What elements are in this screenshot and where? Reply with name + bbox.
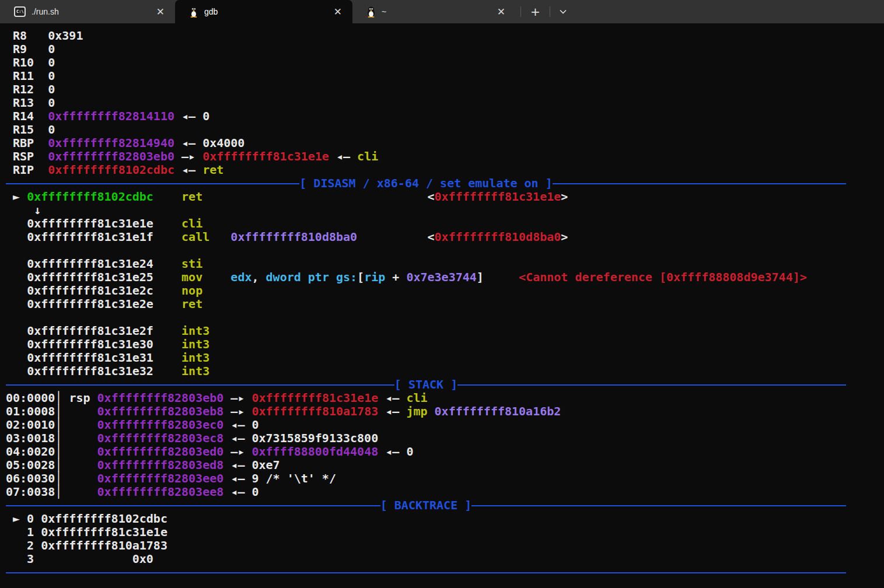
text-segment: 0xffff88800fd44048 [251, 444, 378, 459]
close-icon[interactable]: ✕ [494, 7, 509, 17]
text-segment: ◂— 0x4000 [174, 136, 244, 150]
text-segment: ◂— [329, 149, 357, 163]
terminal-line: ► 0xffffffff8102cdbc ret <0xffffffff81c3… [6, 190, 884, 204]
text-segment: R10 0 [6, 55, 55, 69]
text-segment: int3 [181, 337, 209, 351]
terminal-line: 06:0030│ 0xffffffff82803ee0 ◂— 9 /* '\t'… [6, 472, 884, 485]
text-segment [153, 284, 181, 298]
text-segment: 0xffffffff82814940 [48, 136, 174, 150]
text-segment: rip [364, 270, 385, 284]
text-segment: ► 0 0xffffffff8102cdbc [6, 512, 167, 526]
text-segment [153, 190, 181, 204]
text-segment: > [561, 190, 568, 204]
text-segment: 0xffffffff81c31e31 [27, 351, 153, 365]
terminal-line: 2 0xffffffff810a1783 [6, 539, 884, 552]
terminal-line: 00:0000│ rsp 0xffffffff82803eb0 —▸ 0xfff… [6, 391, 884, 405]
text-segment: ◂— [378, 404, 406, 418]
text-segment: 3 0x0 [6, 552, 153, 566]
terminal-line: R10 0 [6, 56, 884, 69]
text-segment: 0xffffffff82803ee8 [97, 485, 224, 499]
text-segment: 1 0xffffffff81c31e1e [6, 525, 167, 539]
text-segment: │ [55, 485, 97, 499]
text-segment: cli [181, 216, 202, 230]
text-segment: 2 0xffffffff810a1783 [6, 538, 167, 552]
terminal-output[interactable]: R8 0x391 R9 0 R10 0 R11 0 R12 0 R13 0 R1… [0, 23, 884, 588]
close-icon[interactable]: ✕ [330, 7, 345, 17]
text-segment [153, 257, 181, 271]
text-segment: R11 0 [6, 69, 55, 83]
terminal-line [6, 244, 884, 257]
text-segment [6, 337, 27, 351]
tab-gdb[interactable]: gdb✕ [175, 0, 352, 23]
text-segment: <Cannot dereference [0xffff88808d9e3744]… [519, 270, 807, 284]
tab--run-sh[interactable]: C:\./run.sh✕ [0, 0, 175, 23]
terminal-line: 01:0008│ 0xffffffff82803eb8 —▸ 0xfffffff… [6, 405, 884, 418]
text-segment: 0xffffffff810a16b2 [435, 404, 561, 418]
text-segment: R9 0 [6, 42, 55, 56]
text-segment: —▸ [174, 149, 202, 163]
text-segment: dword ptr gs: [266, 270, 358, 284]
pane-separator: [ BACKTRACE ] [6, 499, 846, 512]
pane-separator [6, 566, 846, 579]
linux-icon [366, 6, 376, 18]
text-segment: edx [230, 270, 251, 284]
text-segment: ◂— 0xe7 [223, 458, 279, 472]
text-segment: 0xffffffff82803eb0 [97, 391, 224, 405]
new-tab-button[interactable]: + [525, 6, 546, 18]
text-segment [6, 364, 27, 378]
text-segment [6, 216, 27, 230]
terminal-line: ► 0 0xffffffff8102cdbc [6, 512, 884, 526]
tab-bar: C:\./run.sh✕gdb✕~✕ + [0, 0, 884, 23]
text-segment: RIP [6, 163, 48, 177]
text-segment: 0xffffffff82803ed0 [97, 444, 224, 459]
text-segment [153, 337, 181, 351]
tab-bar-controls: + [516, 0, 572, 23]
text-segment: 0xffffffff8102cdbc [27, 190, 153, 204]
text-segment: 0xffffffff81c31e1e [251, 391, 378, 405]
separator-line [6, 572, 846, 573]
divider [550, 6, 550, 17]
text-segment: 03:0018 [6, 431, 55, 445]
tab-title: ./run.sh [32, 7, 147, 16]
separator-line [457, 384, 846, 386]
close-icon[interactable]: ✕ [153, 7, 168, 17]
text-segment: int3 [181, 324, 209, 338]
text-segment: R13 0 [6, 96, 55, 110]
linux-icon [189, 6, 198, 18]
text-segment: [ [357, 270, 364, 284]
terminal-line: ↓ [6, 204, 884, 217]
terminal-line [6, 311, 884, 324]
text-segment: > [561, 230, 568, 244]
text-segment: 05:0028 [6, 458, 55, 472]
terminal-line: 02:0010│ 0xffffffff82803ec0 ◂— 0 [6, 418, 884, 432]
text-segment: 07:0038 [6, 485, 55, 499]
tab-~[interactable]: ~✕ [352, 0, 516, 23]
text-segment: ↓ [6, 203, 41, 217]
text-segment: 0xffffffff810d8ba0 [230, 230, 357, 244]
text-segment: │ [55, 404, 97, 418]
text-segment [6, 324, 27, 338]
tab-dropdown-button[interactable] [554, 9, 572, 14]
text-segment: │ [55, 458, 97, 472]
text-segment: < [427, 190, 434, 204]
terminal-line: 0xffffffff81c31e31 int3 [6, 351, 884, 365]
text-segment: ◂— 0 [223, 418, 258, 432]
text-segment: int3 [181, 351, 209, 365]
terminal-line: R12 0 [6, 83, 884, 96]
terminal-line: RIP 0xffffffff8102cdbc ◂— ret [6, 163, 884, 177]
text-segment: 0xffffffff81c31e1f [27, 230, 153, 244]
separator-line [6, 384, 394, 386]
text-segment: call [181, 230, 209, 244]
text-segment: R15 0 [6, 123, 55, 136]
text-segment [153, 297, 181, 311]
terminal-window: C:\./run.sh✕gdb✕~✕ + R8 0x391 R9 0 R10 0… [0, 0, 884, 588]
text-segment: 0xffffffff81c31e2f [27, 324, 153, 338]
text-segment: 0xffffffff82803eb0 [48, 149, 174, 163]
text-segment [6, 284, 27, 298]
terminal-line: 0xffffffff81c31e2c nop [6, 284, 884, 298]
terminal-line: RSP 0xffffffff82803eb0 —▸ 0xffffffff81c3… [6, 150, 884, 163]
text-segment [6, 351, 27, 365]
pane-title: [ BACKTRACE ] [380, 499, 472, 512]
text-segment: 02:0010 [6, 418, 55, 432]
text-segment: ◂— 9 /* '\t' */ [223, 471, 336, 485]
